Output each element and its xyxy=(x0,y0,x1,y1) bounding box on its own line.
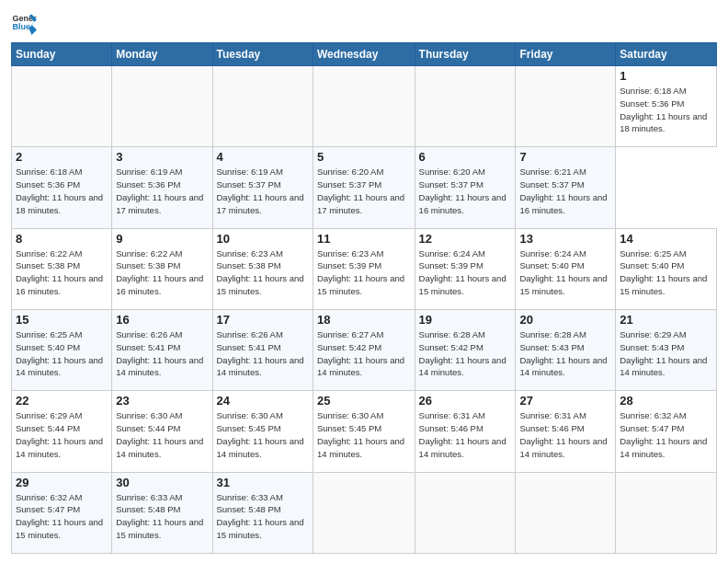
day-detail: Sunrise: 6:19 AM Sunset: 5:36 PM Dayligh… xyxy=(116,166,208,216)
day-number: 7 xyxy=(519,150,611,164)
calendar-cell xyxy=(212,66,313,147)
day-number: 14 xyxy=(620,232,712,246)
calendar-cell: 12Sunrise: 6:24 AM Sunset: 5:39 PM Dayli… xyxy=(415,228,516,309)
calendar-header-tuesday: Tuesday xyxy=(212,43,313,66)
day-number: 30 xyxy=(116,476,208,489)
day-number: 27 xyxy=(519,394,611,408)
day-detail: Sunrise: 6:21 AM Sunset: 5:37 PM Dayligh… xyxy=(519,166,611,216)
week-row-3: 8Sunrise: 6:22 AM Sunset: 5:38 PM Daylig… xyxy=(12,228,717,309)
day-detail: Sunrise: 6:33 AM Sunset: 5:48 PM Dayligh… xyxy=(217,491,309,542)
day-number: 23 xyxy=(116,394,208,408)
calendar-cell: 14Sunrise: 6:25 AM Sunset: 5:40 PM Dayli… xyxy=(616,228,717,309)
day-detail: Sunrise: 6:19 AM Sunset: 5:37 PM Dayligh… xyxy=(217,166,309,216)
calendar-cell: 11Sunrise: 6:23 AM Sunset: 5:39 PM Dayli… xyxy=(313,228,415,309)
calendar-cell: 26Sunrise: 6:31 AM Sunset: 5:46 PM Dayli… xyxy=(415,391,516,472)
calendar-cell: 20Sunrise: 6:28 AM Sunset: 5:43 PM Dayli… xyxy=(516,309,616,390)
day-detail: Sunrise: 6:25 AM Sunset: 5:40 PM Dayligh… xyxy=(620,247,712,298)
day-number: 26 xyxy=(419,394,512,408)
calendar-cell: 17Sunrise: 6:26 AM Sunset: 5:41 PM Dayli… xyxy=(212,309,313,390)
day-number: 2 xyxy=(16,150,108,164)
day-detail: Sunrise: 6:20 AM Sunset: 5:37 PM Dayligh… xyxy=(317,166,411,216)
day-detail: Sunrise: 6:27 AM Sunset: 5:42 PM Dayligh… xyxy=(317,328,411,379)
day-detail: Sunrise: 6:18 AM Sunset: 5:36 PM Dayligh… xyxy=(620,85,712,135)
day-number: 28 xyxy=(620,394,712,408)
day-number: 19 xyxy=(419,313,512,327)
day-detail: Sunrise: 6:20 AM Sunset: 5:37 PM Dayligh… xyxy=(419,166,512,216)
generalblue-logo-icon: General Blue xyxy=(11,9,37,35)
calendar-cell xyxy=(12,66,112,147)
calendar-cell: 30Sunrise: 6:33 AM Sunset: 5:48 PM Dayli… xyxy=(112,472,212,553)
calendar-cell xyxy=(313,472,415,553)
week-row-5: 22Sunrise: 6:29 AM Sunset: 5:44 PM Dayli… xyxy=(12,391,717,472)
calendar-cell: 15Sunrise: 6:25 AM Sunset: 5:40 PM Dayli… xyxy=(12,309,112,390)
calendar-cell: 8Sunrise: 6:22 AM Sunset: 5:38 PM Daylig… xyxy=(12,228,112,309)
day-detail: Sunrise: 6:26 AM Sunset: 5:41 PM Dayligh… xyxy=(116,328,208,379)
day-detail: Sunrise: 6:18 AM Sunset: 5:36 PM Dayligh… xyxy=(16,166,108,216)
calendar-cell: 23Sunrise: 6:30 AM Sunset: 5:44 PM Dayli… xyxy=(112,391,212,472)
day-detail: Sunrise: 6:24 AM Sunset: 5:39 PM Dayligh… xyxy=(419,247,512,298)
calendar-cell: 5Sunrise: 6:20 AM Sunset: 5:37 PM Daylig… xyxy=(313,147,415,228)
day-number: 4 xyxy=(217,150,309,164)
calendar-header-saturday: Saturday xyxy=(616,43,717,66)
day-detail: Sunrise: 6:29 AM Sunset: 5:44 PM Dayligh… xyxy=(16,409,108,460)
calendar-cell xyxy=(112,66,212,147)
day-number: 5 xyxy=(317,150,411,164)
calendar-cell: 16Sunrise: 6:26 AM Sunset: 5:41 PM Dayli… xyxy=(112,309,212,390)
day-number: 31 xyxy=(217,476,309,489)
calendar-cell: 10Sunrise: 6:23 AM Sunset: 5:38 PM Dayli… xyxy=(212,228,313,309)
day-number: 20 xyxy=(519,313,611,327)
day-number: 12 xyxy=(419,232,512,246)
calendar-cell: 24Sunrise: 6:30 AM Sunset: 5:45 PM Dayli… xyxy=(212,391,313,472)
calendar-cell: 18Sunrise: 6:27 AM Sunset: 5:42 PM Dayli… xyxy=(313,309,415,390)
day-detail: Sunrise: 6:31 AM Sunset: 5:46 PM Dayligh… xyxy=(419,409,512,460)
day-detail: Sunrise: 6:32 AM Sunset: 5:47 PM Dayligh… xyxy=(620,409,712,460)
day-number: 24 xyxy=(217,394,309,408)
day-detail: Sunrise: 6:30 AM Sunset: 5:45 PM Dayligh… xyxy=(217,409,309,460)
calendar-header-friday: Friday xyxy=(516,43,616,66)
calendar-cell: 1Sunrise: 6:18 AM Sunset: 5:36 PM Daylig… xyxy=(616,66,717,147)
day-detail: Sunrise: 6:28 AM Sunset: 5:43 PM Dayligh… xyxy=(519,328,611,379)
calendar-cell: 9Sunrise: 6:22 AM Sunset: 5:38 PM Daylig… xyxy=(112,228,212,309)
week-row-1: 1Sunrise: 6:18 AM Sunset: 5:36 PM Daylig… xyxy=(12,66,717,147)
calendar-cell: 29Sunrise: 6:32 AM Sunset: 5:47 PM Dayli… xyxy=(12,472,112,553)
day-detail: Sunrise: 6:30 AM Sunset: 5:45 PM Dayligh… xyxy=(317,409,411,460)
day-detail: Sunrise: 6:23 AM Sunset: 5:39 PM Dayligh… xyxy=(317,247,411,298)
calendar-cell: 31Sunrise: 6:33 AM Sunset: 5:48 PM Dayli… xyxy=(212,472,313,553)
week-row-2: 2Sunrise: 6:18 AM Sunset: 5:36 PM Daylig… xyxy=(12,147,717,228)
day-number: 18 xyxy=(317,313,411,327)
calendar-cell: 6Sunrise: 6:20 AM Sunset: 5:37 PM Daylig… xyxy=(415,147,516,228)
calendar-cell: 3Sunrise: 6:19 AM Sunset: 5:36 PM Daylig… xyxy=(112,147,212,228)
day-number: 15 xyxy=(16,313,108,327)
day-detail: Sunrise: 6:22 AM Sunset: 5:38 PM Dayligh… xyxy=(116,247,208,298)
day-number: 13 xyxy=(519,232,611,246)
day-detail: Sunrise: 6:22 AM Sunset: 5:38 PM Dayligh… xyxy=(16,247,108,298)
calendar-cell xyxy=(415,472,516,553)
day-detail: Sunrise: 6:25 AM Sunset: 5:40 PM Dayligh… xyxy=(16,328,108,379)
day-number: 17 xyxy=(217,313,309,327)
day-number: 16 xyxy=(116,313,208,327)
calendar-header-wednesday: Wednesday xyxy=(313,43,415,66)
calendar-body: 1Sunrise: 6:18 AM Sunset: 5:36 PM Daylig… xyxy=(12,66,717,554)
page: General Blue SundayMondayTuesdayWednesda… xyxy=(0,0,728,563)
day-number: 25 xyxy=(317,394,411,408)
calendar-cell: 13Sunrise: 6:24 AM Sunset: 5:40 PM Dayli… xyxy=(516,228,616,309)
logo: General Blue xyxy=(11,9,37,35)
header: General Blue xyxy=(11,9,717,35)
calendar-cell: 25Sunrise: 6:30 AM Sunset: 5:45 PM Dayli… xyxy=(313,391,415,472)
calendar-cell xyxy=(516,66,616,147)
calendar-cell: 21Sunrise: 6:29 AM Sunset: 5:43 PM Dayli… xyxy=(616,309,717,390)
calendar-cell: 4Sunrise: 6:19 AM Sunset: 5:37 PM Daylig… xyxy=(212,147,313,228)
day-detail: Sunrise: 6:26 AM Sunset: 5:41 PM Dayligh… xyxy=(217,328,309,379)
calendar-header-sunday: Sunday xyxy=(12,43,112,66)
day-number: 8 xyxy=(16,232,108,246)
day-number: 29 xyxy=(16,476,108,489)
day-detail: Sunrise: 6:28 AM Sunset: 5:42 PM Dayligh… xyxy=(419,328,512,379)
day-number: 3 xyxy=(116,150,208,164)
calendar-header-monday: Monday xyxy=(112,43,212,66)
calendar-cell: 27Sunrise: 6:31 AM Sunset: 5:46 PM Dayli… xyxy=(516,391,616,472)
calendar-cell xyxy=(616,472,717,553)
day-detail: Sunrise: 6:24 AM Sunset: 5:40 PM Dayligh… xyxy=(519,247,611,298)
week-row-6: 29Sunrise: 6:32 AM Sunset: 5:47 PM Dayli… xyxy=(12,472,717,553)
week-row-4: 15Sunrise: 6:25 AM Sunset: 5:40 PM Dayli… xyxy=(12,309,717,390)
calendar-cell: 2Sunrise: 6:18 AM Sunset: 5:36 PM Daylig… xyxy=(12,147,112,228)
